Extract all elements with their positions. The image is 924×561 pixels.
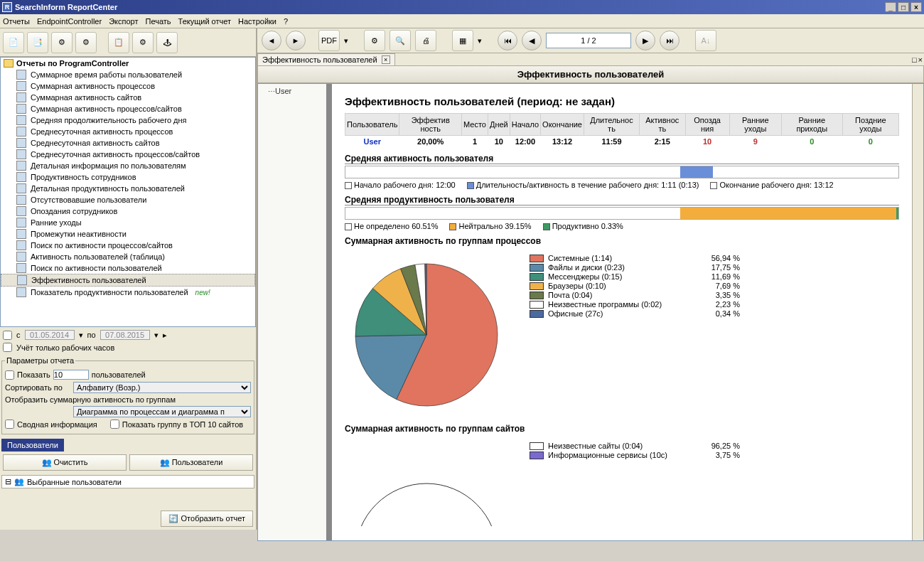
menu-reports[interactable]: Отчеты xyxy=(3,17,30,26)
tool-3[interactable]: ⚙ xyxy=(51,32,72,53)
doc-max[interactable]: □ xyxy=(912,55,917,64)
page-input[interactable] xyxy=(546,33,631,48)
date-enable-checkbox[interactable] xyxy=(3,331,12,340)
tree-item[interactable]: Среднесуточная активность сайтов xyxy=(1,137,255,149)
sort-select[interactable]: Алфавиту (Возр.) xyxy=(73,382,251,393)
tool-search[interactable]: 🔍 xyxy=(390,30,411,51)
menu-export[interactable]: Экспорт xyxy=(109,17,138,26)
maximize-button[interactable]: □ xyxy=(898,2,909,12)
outline-node[interactable]: ⋯User xyxy=(261,87,323,95)
nav-first[interactable]: ⏮ xyxy=(498,31,517,50)
app-title: SearchInform ReportCenter xyxy=(15,3,117,11)
params-legend: Параметры отчета xyxy=(5,356,75,365)
site-heading: Суммарная активность по группам сайтов xyxy=(345,424,899,434)
tree-root[interactable]: Отчеты по ProgramController xyxy=(1,58,255,69)
show-label: Показать xyxy=(17,370,50,379)
nav-back[interactable]: ◄ xyxy=(262,31,281,50)
top10-checkbox[interactable] xyxy=(110,420,119,429)
doc-outline[interactable]: ⋯User xyxy=(258,84,328,540)
doc-tab-label: Эффективность пользователей xyxy=(262,55,377,64)
report-icon xyxy=(16,92,26,102)
show-report-button[interactable]: 🔄 Отобразить отчет xyxy=(161,511,253,527)
tool-4[interactable]: ⚙ xyxy=(75,32,97,53)
date-from-input[interactable] xyxy=(25,330,75,340)
sort-label: Сортировать по xyxy=(5,383,70,392)
report-icon xyxy=(16,138,26,148)
nav-last[interactable]: ⏭ xyxy=(660,31,679,50)
document-tab[interactable]: Эффективность пользователей × xyxy=(257,53,395,65)
selected-users[interactable]: ⊟ 👥 Выбранные пользователи xyxy=(1,475,254,488)
menu-endpoint[interactable]: EndpointController xyxy=(37,17,102,26)
tab-close-icon[interactable]: × xyxy=(382,55,390,64)
collapse-icon[interactable]: ⊟ xyxy=(5,477,11,486)
tool-1[interactable]: 📄 xyxy=(3,32,24,53)
tool-sort[interactable]: A↓ xyxy=(695,30,716,51)
report-icon xyxy=(16,104,26,114)
report-icon xyxy=(16,183,26,193)
tree-item[interactable]: Ранние уходы xyxy=(1,217,255,228)
table-row: User 20,00% 1 10 12:00 13:12 11:59 2:15 … xyxy=(345,136,899,148)
tool-grid[interactable]: ▦ xyxy=(452,30,473,51)
process-pie xyxy=(345,253,508,417)
doc-title: Эффективность пользователей xyxy=(257,65,924,83)
tree-item[interactable]: Среднесуточная активность процессов/сайт… xyxy=(1,149,255,160)
tool-2[interactable]: 📑 xyxy=(27,32,48,53)
selected-users-label: Выбранные пользователи xyxy=(27,478,122,486)
show-checkbox[interactable] xyxy=(5,370,14,380)
tool-print[interactable]: 🖨 xyxy=(415,30,436,51)
doc-close[interactable]: × xyxy=(918,55,923,64)
report-page: Эффективность пользователей (период: не … xyxy=(332,84,912,540)
nav-fwd[interactable]: ► xyxy=(286,31,306,50)
menu-help[interactable]: ? xyxy=(284,17,288,26)
tree-item[interactable]: Детальная информация по пользователям xyxy=(1,160,255,171)
close-button[interactable]: × xyxy=(910,2,922,12)
nav-next[interactable]: ▶ xyxy=(635,31,655,50)
tree-item[interactable]: Суммарное время работы пользователей xyxy=(1,69,255,80)
titlebar: R SearchInform ReportCenter _ □ × xyxy=(0,0,924,14)
tree-item[interactable]: Поиск по активности пользователей xyxy=(1,262,255,274)
proc-heading: Суммарная активность по группам процессо… xyxy=(345,236,899,246)
tool-6[interactable]: ⚙ xyxy=(132,32,154,53)
tree-item[interactable]: Продуктивность сотрудников xyxy=(1,171,255,183)
menu-current[interactable]: Текущий отчет xyxy=(178,17,232,26)
tree-item[interactable]: Показатель продуктивности пользователейn… xyxy=(1,287,255,298)
tree-item[interactable]: Суммарная активность сайтов xyxy=(1,92,255,103)
label-to: по xyxy=(87,331,96,339)
nav-prev[interactable]: ◀ xyxy=(522,31,542,50)
report-icon xyxy=(16,206,26,216)
clear-button[interactable]: 👥 Очистить xyxy=(3,454,127,471)
report-params: Параметры отчета Показать пользователей … xyxy=(1,356,254,434)
vertical-scrollbar[interactable] xyxy=(912,84,923,540)
menu-print[interactable]: Печать xyxy=(146,17,171,26)
tool-settings[interactable]: ⚙ xyxy=(364,30,385,51)
report-heading: Эффективность пользователей (период: не … xyxy=(345,95,899,107)
users-word: пользователей xyxy=(92,370,146,379)
group-select[interactable]: Диаграмма по процессам и диаграмма п xyxy=(73,406,251,417)
date-to-input[interactable] xyxy=(100,330,150,340)
tool-5[interactable]: 📋 xyxy=(108,32,129,53)
summary-checkbox[interactable] xyxy=(5,420,14,429)
workhours-checkbox[interactable] xyxy=(3,343,12,352)
tree-item[interactable]: Поиск по активности процессов/сайтов xyxy=(1,240,255,251)
tree-item[interactable]: Активность пользователей (таблица) xyxy=(1,251,255,262)
prod-bar xyxy=(345,207,899,220)
minimize-button[interactable]: _ xyxy=(885,2,896,12)
tree-item[interactable]: Среднесуточная активность процессов xyxy=(1,126,255,137)
users-tab[interactable]: Пользователи xyxy=(1,439,64,452)
tool-7[interactable]: 🕹 xyxy=(156,32,178,53)
users-button[interactable]: 👥 Пользователи xyxy=(129,454,253,471)
show-n-input[interactable] xyxy=(53,370,89,380)
tree-item[interactable]: Эффективность пользователей xyxy=(1,274,255,287)
export-pdf[interactable]: PDF xyxy=(318,30,340,51)
tree-item[interactable]: Суммарная активность процессов xyxy=(1,80,255,92)
tree-item[interactable]: Средняя продолжительность рабочего дня xyxy=(1,114,255,126)
workhours-label: Учёт только рабочих часов xyxy=(16,343,114,352)
tree-item[interactable]: Промежутки неактивности xyxy=(1,228,255,240)
tree-item[interactable]: Детальная продуктивность пользователей xyxy=(1,183,255,194)
menu-settings[interactable]: Настройки xyxy=(238,17,276,26)
tree-item[interactable]: Отсутствовавшие пользователи xyxy=(1,194,255,205)
tree-item[interactable]: Суммарная активность процессов/сайтов xyxy=(1,103,255,114)
tree-item[interactable]: Опоздания сотрудников xyxy=(1,205,255,217)
report-icon xyxy=(16,149,26,159)
report-tree[interactable]: Отчеты по ProgramController Суммарное вр… xyxy=(0,57,256,327)
